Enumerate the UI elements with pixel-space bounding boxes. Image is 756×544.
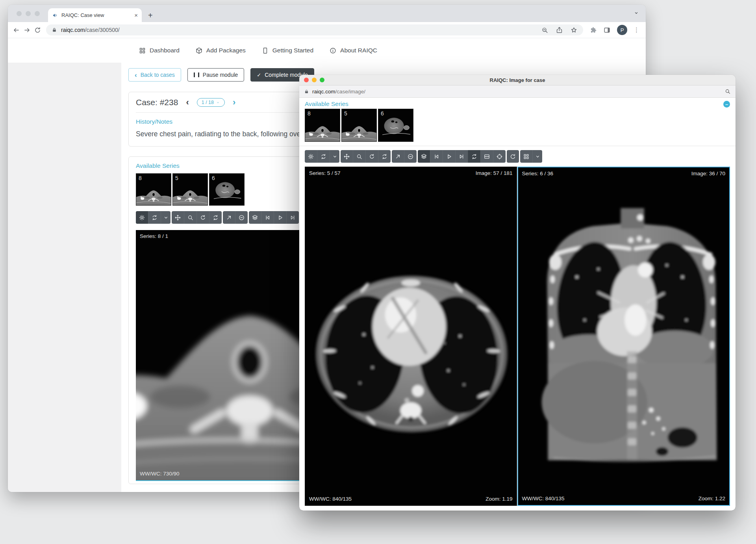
case-pagination-dropdown[interactable]: 1 / 18: [197, 98, 225, 107]
flip-loop-icon[interactable]: [209, 211, 222, 224]
nav-label: Dashboard: [150, 47, 180, 54]
package-icon: [195, 47, 203, 54]
share-icon[interactable]: [556, 26, 563, 34]
zoom-icon[interactable]: [184, 211, 196, 224]
wwwc-overlay-label: WW/WC: 840/135: [522, 496, 565, 501]
reload-icon[interactable]: [34, 26, 41, 34]
window-controls[interactable]: [17, 11, 40, 16]
sync-loop-icon[interactable]: [468, 150, 480, 163]
image-overlay-label: Image: 57 / 181: [476, 170, 513, 176]
play-cine-icon[interactable]: [274, 211, 286, 224]
tab-case-view[interactable]: RAIQC: Case view ×: [48, 8, 142, 22]
case-title: Case: #238: [136, 98, 178, 107]
series-overlay-label: Series: 6 / 36: [522, 171, 554, 176]
rotate-icon[interactable]: [196, 211, 209, 224]
previous-case-chevron-icon[interactable]: ‹: [186, 98, 189, 107]
close-window-button[interactable]: [17, 11, 22, 16]
cine-loop-icon[interactable]: [317, 150, 330, 163]
series-thumbnail-6[interactable]: 6: [209, 173, 245, 206]
series-thumbnail-6[interactable]: 6: [378, 109, 413, 142]
first-image-icon[interactable]: [261, 211, 274, 224]
caret-down-icon[interactable]: [330, 150, 339, 163]
ct-viewport-axial[interactable]: Series: 5 / 57 Image: 57 / 181 WW/WC: 84…: [305, 167, 517, 506]
series-overlay-label: Series: 5 / 57: [309, 170, 341, 176]
flip-loop-icon[interactable]: [378, 150, 391, 163]
info-icon: [329, 47, 337, 54]
reset-view-icon[interactable]: [507, 150, 519, 163]
remove-annotation-icon[interactable]: [404, 150, 417, 163]
chevron-left-icon: ‹: [135, 72, 137, 78]
tab-search-chevron-icon[interactable]: [633, 10, 639, 16]
minimize-window-button[interactable]: [312, 78, 317, 82]
series-number: 5: [175, 175, 178, 181]
split-view-icon[interactable]: [480, 150, 493, 163]
popup-window-controls[interactable]: [304, 78, 324, 82]
grid-layout-icon[interactable]: [520, 150, 532, 163]
first-image-icon[interactable]: [430, 150, 443, 163]
zoom-icon[interactable]: [353, 150, 365, 163]
back-icon[interactable]: [13, 26, 20, 34]
image-overlay-label: Image: 36 / 70: [691, 171, 725, 176]
zoom-window-button[interactable]: [320, 78, 324, 82]
next-case-chevron-icon[interactable]: ›: [233, 98, 235, 107]
back-to-cases-button[interactable]: ‹ Back to cases: [128, 68, 181, 82]
nav-item-getting-started[interactable]: Getting Started: [261, 47, 313, 54]
series-thumbnail-5[interactable]: 5: [172, 173, 208, 206]
play-cine-icon[interactable]: [443, 150, 455, 163]
last-image-icon[interactable]: [286, 211, 299, 224]
close-window-button[interactable]: [304, 78, 309, 82]
annotate-arrow-icon[interactable]: [223, 211, 235, 224]
caret-down-icon[interactable]: [532, 150, 542, 163]
minimize-window-button[interactable]: [26, 11, 31, 16]
caret-down-icon[interactable]: [161, 211, 170, 224]
nav-item-about[interactable]: About RAIQC: [329, 47, 377, 54]
nav-label: About RAIQC: [340, 47, 377, 54]
series-thumbnail-8[interactable]: 8: [136, 173, 171, 206]
nav-item-add-packages[interactable]: Add Packages: [195, 47, 246, 54]
search-icon[interactable]: [724, 88, 731, 95]
zoom-out-icon[interactable]: [541, 26, 548, 34]
app-nav: Dashboard Add Packages Getting Started A…: [8, 38, 646, 63]
tab-close-icon[interactable]: ×: [134, 12, 138, 18]
image-for-case-window: RAIQC: Image for case raiqc.com/case/ima…: [299, 75, 736, 511]
dashboard-grid-icon: [139, 47, 146, 54]
last-image-icon[interactable]: [455, 150, 468, 163]
series-number: 6: [212, 175, 215, 181]
cine-loop-icon[interactable]: [148, 211, 161, 224]
pause-icon: [194, 72, 199, 77]
nav-item-dashboard[interactable]: Dashboard: [139, 47, 180, 54]
zoom-window-button[interactable]: [35, 11, 40, 16]
layers-icon[interactable]: [418, 150, 430, 163]
zoom-overlay-label: Zoom: 1.22: [699, 496, 725, 501]
wwwc-overlay-label: WW/WC: 730/90: [140, 471, 180, 477]
popup-url-text: raiqc.com/case/image/: [312, 89, 365, 95]
brightness-icon[interactable]: [305, 150, 317, 163]
layers-icon[interactable]: [249, 211, 261, 224]
brightness-icon[interactable]: [136, 211, 148, 224]
series-thumbnail-5[interactable]: 5: [341, 109, 377, 142]
pan-icon[interactable]: [172, 211, 184, 224]
forward-icon[interactable]: [23, 26, 31, 34]
series-thumbnail-8[interactable]: 8: [305, 109, 340, 142]
tab-title: RAIQC: Case view: [61, 12, 131, 18]
profile-avatar[interactable]: P: [617, 25, 627, 35]
browser-menu-kebab-icon[interactable]: ⋮: [634, 26, 639, 33]
popup-address-bar[interactable]: raiqc.com/case/image/: [299, 85, 736, 98]
extensions-puzzle-icon[interactable]: [589, 26, 597, 34]
series-overlay-label: Series: 8 / 1: [140, 233, 168, 239]
localize-target-icon[interactable]: [493, 150, 506, 163]
pause-module-button[interactable]: Pause module: [187, 68, 245, 82]
popup-body: Available Series – 8 5 6 Series: 5 / 57: [299, 98, 736, 506]
remove-annotation-icon[interactable]: [235, 211, 248, 224]
address-bar[interactable]: raiqc.com/case/300500/: [46, 24, 583, 35]
collapse-panel-icon[interactable]: –: [723, 101, 730, 108]
rotate-icon[interactable]: [365, 150, 378, 163]
side-panel-icon[interactable]: [603, 26, 611, 34]
ct-viewport-coronal[interactable]: Series: 6 / 36 Image: 36 / 70 WW/WC: 840…: [517, 167, 730, 506]
zoom-overlay-label: Zoom: 1.19: [485, 496, 512, 502]
bookmark-star-icon[interactable]: [570, 26, 578, 34]
audio-speaker-icon: [52, 12, 58, 19]
pan-icon[interactable]: [341, 150, 353, 163]
annotate-arrow-icon[interactable]: [392, 150, 404, 163]
new-tab-button[interactable]: +: [148, 11, 153, 19]
